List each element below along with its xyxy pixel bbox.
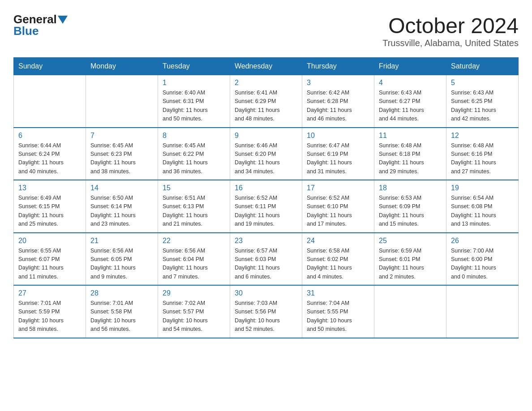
day-number: 4 (379, 79, 442, 87)
day-number: 19 (451, 184, 514, 192)
day-number: 10 (307, 132, 369, 140)
calendar-cell: 18Sunrise: 6:53 AM Sunset: 6:09 PM Dayli… (374, 180, 446, 233)
calendar-cell: 29Sunrise: 7:02 AM Sunset: 5:57 PM Dayli… (158, 285, 230, 338)
calendar-cell (374, 285, 446, 338)
day-info: Sunrise: 6:54 AM Sunset: 6:08 PM Dayligh… (451, 194, 514, 229)
day-info: Sunrise: 6:53 AM Sunset: 6:09 PM Dayligh… (379, 194, 442, 229)
day-info: Sunrise: 6:44 AM Sunset: 6:24 PM Dayligh… (18, 141, 81, 176)
day-info: Sunrise: 6:59 AM Sunset: 6:01 PM Dayligh… (379, 247, 442, 282)
logo-blue-text: Blue (13, 25, 39, 37)
day-number: 7 (90, 132, 153, 140)
week-row-5: 27Sunrise: 7:01 AM Sunset: 5:59 PM Dayli… (14, 285, 519, 338)
calendar-cell (446, 285, 519, 338)
day-info: Sunrise: 6:41 AM Sunset: 6:29 PM Dayligh… (235, 89, 297, 124)
day-info: Sunrise: 7:03 AM Sunset: 5:56 PM Dayligh… (235, 299, 297, 334)
day-info: Sunrise: 6:48 AM Sunset: 6:18 PM Dayligh… (379, 141, 442, 176)
day-info: Sunrise: 7:01 AM Sunset: 5:58 PM Dayligh… (90, 299, 153, 334)
calendar-cell: 8Sunrise: 6:45 AM Sunset: 6:22 PM Daylig… (158, 128, 230, 180)
day-info: Sunrise: 7:01 AM Sunset: 5:59 PM Dayligh… (18, 299, 81, 334)
calendar-cell: 1Sunrise: 6:40 AM Sunset: 6:31 PM Daylig… (158, 75, 230, 128)
day-info: Sunrise: 6:56 AM Sunset: 6:04 PM Dayligh… (163, 247, 225, 282)
week-row-4: 20Sunrise: 6:55 AM Sunset: 6:07 PM Dayli… (14, 233, 519, 286)
logo-general-text: General (13, 13, 57, 25)
calendar-table: SundayMondayTuesdayWednesdayThursdayFrid… (13, 57, 519, 338)
calendar-cell: 25Sunrise: 6:59 AM Sunset: 6:01 PM Dayli… (374, 233, 446, 286)
day-info: Sunrise: 6:49 AM Sunset: 6:15 PM Dayligh… (18, 194, 81, 229)
day-info: Sunrise: 6:43 AM Sunset: 6:25 PM Dayligh… (451, 89, 514, 124)
day-info: Sunrise: 6:48 AM Sunset: 6:16 PM Dayligh… (451, 141, 514, 176)
logo-triangle-icon (58, 16, 68, 24)
day-number: 27 (18, 289, 81, 297)
calendar-cell: 30Sunrise: 7:03 AM Sunset: 5:56 PM Dayli… (230, 285, 302, 338)
day-number: 18 (379, 184, 442, 192)
day-number: 12 (451, 132, 514, 140)
day-number: 24 (307, 237, 369, 245)
day-number: 28 (90, 289, 153, 297)
day-info: Sunrise: 7:02 AM Sunset: 5:57 PM Dayligh… (163, 299, 225, 334)
weekday-header-tuesday: Tuesday (158, 58, 230, 75)
calendar-cell: 13Sunrise: 6:49 AM Sunset: 6:15 PM Dayli… (14, 180, 86, 233)
day-number: 26 (451, 237, 514, 245)
day-info: Sunrise: 6:40 AM Sunset: 6:31 PM Dayligh… (163, 89, 225, 124)
page-header: General Blue October 2024 Trussville, Al… (13, 13, 519, 48)
day-info: Sunrise: 6:43 AM Sunset: 6:27 PM Dayligh… (379, 89, 442, 124)
svg-marker-0 (58, 16, 68, 24)
day-info: Sunrise: 6:45 AM Sunset: 6:23 PM Dayligh… (90, 141, 153, 176)
calendar-cell (14, 75, 86, 128)
weekday-header-thursday: Thursday (302, 58, 374, 75)
day-number: 17 (307, 184, 369, 192)
weekday-header-friday: Friday (374, 58, 446, 75)
day-info: Sunrise: 7:04 AM Sunset: 5:55 PM Dayligh… (307, 299, 369, 334)
title-block: October 2024 Trussville, Alabama, United… (382, 13, 519, 48)
day-number: 29 (163, 289, 225, 297)
day-number: 8 (163, 132, 225, 140)
day-number: 20 (18, 237, 81, 245)
calendar-cell: 3Sunrise: 6:42 AM Sunset: 6:28 PM Daylig… (302, 75, 374, 128)
calendar-cell: 17Sunrise: 6:52 AM Sunset: 6:10 PM Dayli… (302, 180, 374, 233)
day-number: 2 (235, 79, 297, 87)
day-info: Sunrise: 6:50 AM Sunset: 6:14 PM Dayligh… (90, 194, 153, 229)
weekday-header-saturday: Saturday (446, 58, 519, 75)
day-number: 13 (18, 184, 81, 192)
weekday-header-sunday: Sunday (14, 58, 86, 75)
day-info: Sunrise: 6:51 AM Sunset: 6:13 PM Dayligh… (163, 194, 225, 229)
day-info: Sunrise: 6:57 AM Sunset: 6:03 PM Dayligh… (235, 247, 297, 282)
calendar-cell: 27Sunrise: 7:01 AM Sunset: 5:59 PM Dayli… (14, 285, 86, 338)
day-number: 1 (163, 79, 225, 87)
calendar-cell: 31Sunrise: 7:04 AM Sunset: 5:55 PM Dayli… (302, 285, 374, 338)
calendar-cell: 23Sunrise: 6:57 AM Sunset: 6:03 PM Dayli… (230, 233, 302, 286)
day-info: Sunrise: 6:58 AM Sunset: 6:02 PM Dayligh… (307, 247, 369, 282)
calendar-cell: 9Sunrise: 6:46 AM Sunset: 6:20 PM Daylig… (230, 128, 302, 180)
calendar-cell: 11Sunrise: 6:48 AM Sunset: 6:18 PM Dayli… (374, 128, 446, 180)
day-number: 5 (451, 79, 514, 87)
calendar-cell: 28Sunrise: 7:01 AM Sunset: 5:58 PM Dayli… (86, 285, 158, 338)
day-number: 15 (163, 184, 225, 192)
day-number: 11 (379, 132, 442, 140)
calendar-cell: 15Sunrise: 6:51 AM Sunset: 6:13 PM Dayli… (158, 180, 230, 233)
day-info: Sunrise: 6:52 AM Sunset: 6:11 PM Dayligh… (235, 194, 297, 229)
calendar-cell: 5Sunrise: 6:43 AM Sunset: 6:25 PM Daylig… (446, 75, 519, 128)
day-number: 3 (307, 79, 369, 87)
day-info: Sunrise: 7:00 AM Sunset: 6:00 PM Dayligh… (451, 247, 514, 282)
calendar-cell: 20Sunrise: 6:55 AM Sunset: 6:07 PM Dayli… (14, 233, 86, 286)
calendar-cell: 24Sunrise: 6:58 AM Sunset: 6:02 PM Dayli… (302, 233, 374, 286)
day-number: 23 (235, 237, 297, 245)
calendar-cell: 6Sunrise: 6:44 AM Sunset: 6:24 PM Daylig… (14, 128, 86, 180)
calendar-subtitle: Trussville, Alabama, United States (382, 38, 519, 48)
calendar-cell: 14Sunrise: 6:50 AM Sunset: 6:14 PM Dayli… (86, 180, 158, 233)
calendar-cell: 16Sunrise: 6:52 AM Sunset: 6:11 PM Dayli… (230, 180, 302, 233)
day-number: 6 (18, 132, 81, 140)
day-number: 9 (235, 132, 297, 140)
day-info: Sunrise: 6:45 AM Sunset: 6:22 PM Dayligh… (163, 141, 225, 176)
day-info: Sunrise: 6:46 AM Sunset: 6:20 PM Dayligh… (235, 141, 297, 176)
day-number: 30 (235, 289, 297, 297)
day-info: Sunrise: 6:52 AM Sunset: 6:10 PM Dayligh… (307, 194, 369, 229)
calendar-cell: 22Sunrise: 6:56 AM Sunset: 6:04 PM Dayli… (158, 233, 230, 286)
calendar-cell: 21Sunrise: 6:56 AM Sunset: 6:05 PM Dayli… (86, 233, 158, 286)
calendar-cell: 4Sunrise: 6:43 AM Sunset: 6:27 PM Daylig… (374, 75, 446, 128)
logo: General Blue (13, 13, 68, 37)
week-row-1: 1Sunrise: 6:40 AM Sunset: 6:31 PM Daylig… (14, 75, 519, 128)
day-number: 31 (307, 289, 369, 297)
day-info: Sunrise: 6:55 AM Sunset: 6:07 PM Dayligh… (18, 247, 81, 282)
calendar-cell: 12Sunrise: 6:48 AM Sunset: 6:16 PM Dayli… (446, 128, 519, 180)
